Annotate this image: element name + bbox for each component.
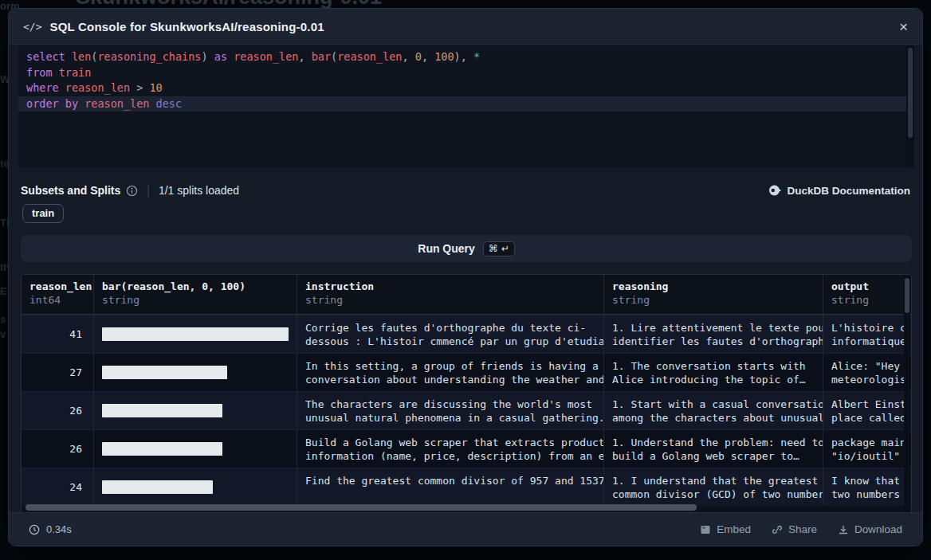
download-icon	[838, 524, 849, 535]
splits-loaded-status: 1/1 splits loaded	[159, 184, 239, 197]
cell-instruction: Corrige les fautes d'orthographe du text…	[297, 315, 603, 353]
results-table: reason_len int64 bar(reason_len, 0, 100)…	[21, 274, 912, 515]
cell-bar	[93, 392, 297, 429]
column-header-reason-len[interactable]: reason_len int64	[22, 275, 93, 314]
subsets-and-splits-bar: Subsets and Splits | 1/1 splits loaded D…	[21, 182, 910, 199]
sql-line-1: select len(reasoning_chains) as reason_l…	[18, 49, 914, 65]
cell-reasoning: 1. Lire attentivement le texte pour iden…	[603, 315, 823, 353]
cell-reason-len: 41	[22, 315, 93, 353]
footer-actions: Embed Share Download	[700, 523, 902, 535]
cell-reason-len: 27	[22, 354, 93, 391]
backdrop-text-fragment: s	[0, 313, 6, 325]
editor-scrollbar[interactable]	[906, 45, 914, 167]
cell-reason-len: 24	[22, 468, 93, 506]
cell-instruction: Find the greatest common divisor of 957 …	[297, 468, 603, 506]
share-button[interactable]: Share	[772, 523, 817, 535]
cmd-enter-shortcut-badge: ⌘ ↵	[483, 241, 515, 257]
cell-output: I know that t two numbers i	[823, 468, 907, 506]
column-header-bar[interactable]: bar(reason_len, 0, 100) string	[93, 275, 297, 314]
duckdb-documentation-link[interactable]: DuckDB Documentation	[768, 184, 910, 197]
table-row: 24 Find the greatest common divisor of 9…	[22, 468, 911, 506]
info-icon[interactable]	[126, 185, 138, 197]
modal-header: </> SQL Console for SkunkworksAI/reasoni…	[9, 9, 922, 45]
query-elapsed-time: 0.34s	[29, 523, 72, 535]
run-query-button[interactable]: Run Query ⌘ ↵	[21, 235, 912, 262]
column-header-instruction[interactable]: instruction string	[297, 275, 603, 314]
bar-visualization	[102, 327, 289, 341]
run-query-label: Run Query	[418, 242, 475, 255]
cell-reasoning: 1. I understand that the greatest common…	[603, 468, 823, 506]
cell-instruction: The characters are discussing the world'…	[297, 392, 603, 429]
table-horizontal-scrollbar[interactable]	[22, 504, 903, 511]
share-label: Share	[788, 523, 817, 535]
cell-output: L'histoire co informatique	[823, 315, 907, 353]
cell-bar	[93, 468, 297, 506]
cell-reason-len: 26	[22, 430, 93, 468]
sql-line-2: from train	[18, 65, 914, 81]
cell-reasoning: 1. The conversation starts with Alice in…	[603, 354, 823, 391]
sql-console-modal: </> SQL Console for SkunkworksAI/reasoni…	[8, 8, 923, 546]
cell-reason-len: 26	[22, 392, 93, 429]
modal-title: SQL Console for SkunkworksAI/reasoning-0…	[49, 20, 324, 33]
duckdb-documentation-label: DuckDB Documentation	[787, 185, 910, 197]
column-header-reasoning[interactable]: reasoning string	[603, 275, 823, 314]
cell-reasoning: 1. Start with a casual conversation amon…	[603, 392, 823, 429]
cell-bar	[93, 354, 297, 391]
table-vertical-scrollbar[interactable]	[904, 276, 910, 515]
table-row: 27 In this setting, a group of friends i…	[22, 353, 911, 391]
table-row: 41 Corrige les fautes d'orthographe du t…	[22, 315, 911, 353]
sql-line-3: where reason_len > 10	[18, 80, 914, 96]
cell-instruction: Build a Golang web scraper that extracts…	[297, 430, 603, 468]
table-header-row: reason_len int64 bar(reason_len, 0, 100)…	[22, 275, 911, 315]
subsets-label: Subsets and Splits	[21, 184, 120, 197]
modal-footer: 0.34s Embed Share Download	[9, 512, 922, 546]
cell-output: package main "io/ioutil" "	[823, 430, 907, 468]
close-icon[interactable]: ×	[899, 19, 908, 34]
download-button[interactable]: Download	[838, 523, 902, 535]
table-vertical-scrollbar-thumb[interactable]	[905, 278, 909, 313]
split-chip-train[interactable]: train	[22, 204, 64, 223]
backdrop-text-fragment: v	[0, 328, 6, 340]
link-icon	[772, 524, 783, 535]
sql-code: select len(reasoning_chains) as reason_l…	[18, 45, 914, 112]
editor-scrollbar-thumb[interactable]	[908, 48, 913, 138]
divider: |	[147, 184, 150, 197]
embed-label: Embed	[717, 523, 751, 535]
code-icon: </>	[23, 21, 41, 33]
bar-visualization	[102, 442, 222, 456]
cell-bar	[93, 315, 297, 353]
sql-editor[interactable]: select len(reasoning_chains) as reason_l…	[18, 45, 914, 167]
cell-reasoning: 1. Understand the problem: need to build…	[603, 430, 823, 468]
cell-output: Alice: "Hey g meteorologist	[823, 354, 907, 391]
embed-icon	[700, 524, 711, 535]
table-row: 26 Build a Golang web scraper that extra…	[22, 429, 911, 468]
clock-icon	[29, 524, 40, 535]
table-row: 26 The characters are discussing the wor…	[22, 391, 911, 429]
bar-visualization	[102, 480, 213, 494]
cell-output: Albert Einste place called	[823, 392, 907, 429]
embed-button[interactable]: Embed	[700, 523, 751, 535]
duckdb-logo-icon	[768, 184, 781, 197]
bar-visualization	[102, 404, 222, 417]
table-horizontal-scrollbar-thumb[interactable]	[26, 504, 697, 511]
download-label: Download	[854, 523, 902, 535]
elapsed-time-value: 0.34s	[46, 523, 72, 535]
sql-line-4-active: order by reason_len desc	[18, 96, 914, 112]
cell-bar	[93, 430, 297, 468]
column-header-output[interactable]: output string	[823, 275, 907, 314]
cell-instruction: In this setting, a group of friends is h…	[297, 354, 603, 391]
bar-visualization	[102, 366, 227, 379]
